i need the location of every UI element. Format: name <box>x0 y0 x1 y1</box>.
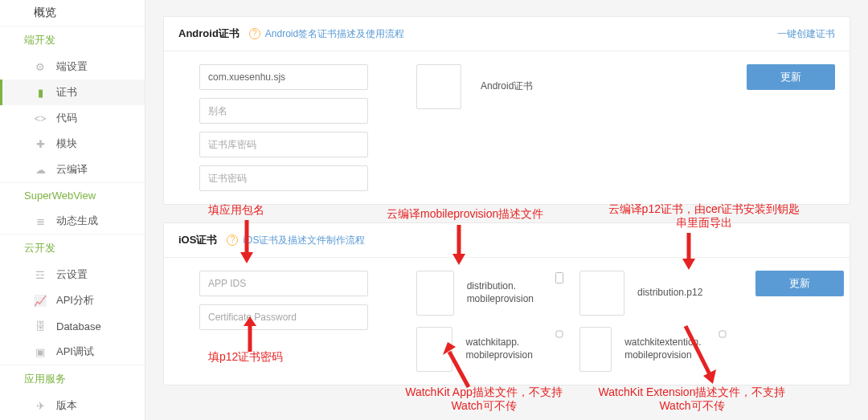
chart-icon: 📈 <box>34 294 47 307</box>
sidebar-item-api-analysis[interactable]: 📈 API分析 <box>0 287 145 313</box>
sidebar-item-certificate[interactable]: ▮ 证书 <box>0 80 145 105</box>
certpass-input[interactable] <box>199 165 368 191</box>
file-label: distribution.p12 <box>637 287 702 300</box>
bundle-input[interactable] <box>199 64 368 90</box>
group-superwebview: SuperWebView <box>0 182 145 208</box>
annotation-mp: 云编译mobileprovision描述文件 <box>387 207 543 221</box>
terminal-icon: ▣ <box>34 345 47 358</box>
sidebar-item-database[interactable]: 🗄 Database <box>0 313 145 339</box>
sidebar-item-end-settings[interactable]: ⚙ 端设置 <box>0 54 145 80</box>
panel-title: Android证书 <box>178 27 240 41</box>
group-clouddev: 云开发 <box>0 234 145 262</box>
annotation-watch-ext: WatchKit Extension描述文件，不支持Watch可不传 <box>596 385 788 413</box>
ios-help-link[interactable]: iOS证书及描述文件制作流程 <box>243 234 365 247</box>
btn-wrap: 更新 <box>755 271 844 296</box>
file-label: watchkitapp. mobileprovision <box>465 336 565 361</box>
watch-icon <box>555 328 563 342</box>
sidebar-item-module[interactable]: ✚ 模块 <box>0 131 145 157</box>
help-icon[interactable]: ? <box>227 234 238 246</box>
sidebar-item-cloud-settings[interactable]: ☲ 云设置 <box>0 262 145 287</box>
help-icon[interactable]: ? <box>249 28 260 39</box>
annotation-bundle-id: 填应用包名 <box>208 203 264 217</box>
file-label: distribution. mobileprovision <box>467 280 565 305</box>
annotation-watch-app: WatchKit App描述文件，不支持Watch可不传 <box>399 385 568 413</box>
overview-item[interactable]: 概览 <box>0 0 145 26</box>
panel-header: iOS证书 ? iOS证书及描述文件制作流程 <box>164 223 850 258</box>
ios-cert-panel: iOS证书 ? iOS证书及描述文件制作流程 distribution. mob… <box>163 222 850 385</box>
database-icon: 🗄 <box>34 320 47 332</box>
filebox[interactable] <box>416 327 452 372</box>
one-click-create-link[interactable]: 一键创建证书 <box>777 27 835 41</box>
svg-rect-0 <box>556 273 563 283</box>
android-cert-filebox[interactable] <box>416 64 461 109</box>
dist-p12[interactable]: distribution.p12 <box>579 271 728 316</box>
sidebar-item-api-debug[interactable]: ▣ API调试 <box>0 339 145 365</box>
storepass-input[interactable] <box>199 132 368 157</box>
stack-icon: ≣ <box>34 214 47 227</box>
main-content: Android证书 ? Android签名证书描述及使用流程 一键创建证书 An… <box>145 0 868 420</box>
group-enddev: 端开发 <box>0 26 145 54</box>
watchkit-app-mp[interactable]: watchkitapp. mobileprovision <box>416 327 565 372</box>
panel-title: iOS证书 <box>178 233 217 247</box>
file-label: watchkitextention. mobileprovision <box>624 336 728 361</box>
dist-mobileprovision[interactable]: distribution. mobileprovision <box>416 271 565 316</box>
code-icon: <> <box>34 112 47 124</box>
svg-rect-1 <box>556 331 563 337</box>
btn-wrap: 更新 <box>747 64 835 90</box>
android-help-link[interactable]: Android签名证书描述及使用流程 <box>265 27 404 41</box>
panel-header: Android证书 ? Android签名证书描述及使用流程 一键创建证书 <box>164 17 850 51</box>
android-update-button[interactable]: 更新 <box>747 64 835 90</box>
phone-icon <box>555 272 563 286</box>
bookmark-icon: ▮ <box>34 86 47 99</box>
sidebar: 概览 端开发 ⚙ 端设置 ▮ 证书 <> 代码 ✚ 模块 ☁ 云编译 Super… <box>0 0 145 420</box>
sidebar-item-version[interactable]: ✈ 版本 <box>0 393 145 418</box>
gear-icon: ⚙ <box>34 60 47 73</box>
puzzle-icon: ✚ <box>34 137 47 150</box>
file-label: Android证书 <box>481 80 533 93</box>
rocket-icon: ✈ <box>34 399 47 412</box>
watch-icon <box>719 328 727 342</box>
sidebar-item-cloud-compile[interactable]: ☁ 云编译 <box>0 157 145 182</box>
android-cert-panel: Android证书 ? Android签名证书描述及使用流程 一键创建证书 An… <box>163 16 850 205</box>
filebox[interactable] <box>579 327 612 372</box>
panel-body: Android证书 更新 <box>164 51 850 204</box>
cloud-icon: ☁ <box>34 163 47 176</box>
overview-label: 概览 <box>34 6 56 20</box>
ios-update-button[interactable]: 更新 <box>755 271 844 296</box>
ios-certpass-input[interactable] <box>199 304 368 330</box>
appids-input[interactable] <box>199 271 368 296</box>
panel-body: distribution. mobileprovision distributi… <box>164 258 850 385</box>
android-cert-file: Android证书 <box>416 64 533 109</box>
sliders-icon: ☲ <box>34 268 47 281</box>
svg-rect-2 <box>719 331 726 337</box>
group-appservice: 应用服务 <box>0 365 145 393</box>
android-inputs <box>199 64 368 191</box>
filebox[interactable] <box>416 271 454 316</box>
sidebar-item-code[interactable]: <> 代码 <box>0 105 145 131</box>
alias-input[interactable] <box>199 98 368 124</box>
ios-inputs <box>199 271 368 330</box>
sidebar-item-dynamic[interactable]: ≣ 动态生成 <box>0 208 145 234</box>
watchkit-ext-mp[interactable]: watchkitextention. mobileprovision <box>579 327 728 372</box>
filebox[interactable] <box>579 271 624 316</box>
ios-file-grid: distribution. mobileprovision distributi… <box>416 271 728 372</box>
